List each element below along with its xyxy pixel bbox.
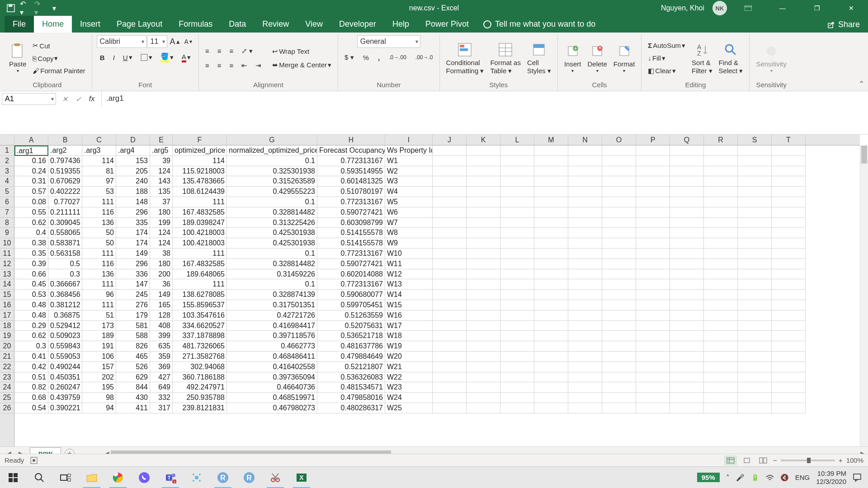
cell[interactable]: 0.328814482: [227, 207, 317, 218]
cell[interactable]: 0.402222: [48, 187, 82, 197]
row-header-14[interactable]: 14: [0, 279, 14, 290]
cell[interactable]: 0.51: [14, 372, 48, 383]
cell[interactable]: .arg2: [48, 145, 82, 156]
cell[interactable]: [670, 218, 704, 228]
cell[interactable]: 0.797436: [48, 156, 82, 166]
cell[interactable]: [500, 176, 534, 187]
cells-area[interactable]: .arg1.arg2.arg3.arg4.arg5optimized_price…: [14, 145, 860, 460]
cell[interactable]: [534, 269, 568, 280]
cell[interactable]: 189.648065: [173, 269, 227, 280]
cell[interactable]: Ws Property Id: [385, 145, 433, 156]
cell[interactable]: [636, 393, 670, 403]
cell[interactable]: 114: [82, 156, 116, 166]
cell[interactable]: [534, 341, 568, 352]
cell[interactable]: [568, 228, 602, 238]
decrease-decimal-button[interactable]: .00→.0: [414, 53, 435, 61]
cell[interactable]: [568, 352, 602, 362]
tab-home[interactable]: Home: [34, 16, 72, 33]
format-as-table-button[interactable]: Format asTable ▾: [488, 41, 523, 76]
cell[interactable]: 191: [82, 341, 116, 352]
cell[interactable]: [534, 290, 568, 300]
row-header-8[interactable]: 8: [0, 218, 14, 228]
cell[interactable]: [704, 331, 738, 341]
cell[interactable]: 188: [116, 187, 150, 197]
cell[interactable]: 0.1: [227, 249, 317, 259]
cell[interactable]: 0.603098799: [317, 218, 385, 228]
cell[interactable]: [704, 259, 738, 269]
cell[interactable]: [772, 269, 806, 280]
cell[interactable]: [636, 238, 670, 249]
cell[interactable]: [534, 218, 568, 228]
cell[interactable]: [568, 176, 602, 187]
row-header-25[interactable]: 25: [0, 393, 14, 403]
cell[interactable]: [636, 310, 670, 321]
cell[interactable]: [500, 269, 534, 280]
cell[interactable]: [772, 259, 806, 269]
column-header-A[interactable]: A: [14, 135, 48, 145]
cell[interactable]: [568, 372, 602, 383]
cell[interactable]: [636, 341, 670, 352]
cell[interactable]: 0.4: [14, 228, 48, 238]
cell[interactable]: 96: [82, 290, 116, 300]
cell[interactable]: [534, 352, 568, 362]
fill-button[interactable]: ↓ Fill ▾: [646, 53, 687, 63]
cell[interactable]: [467, 352, 500, 362]
cell[interactable]: [636, 197, 670, 207]
cell[interactable]: [636, 166, 670, 177]
cell[interactable]: [602, 269, 636, 280]
cell[interactable]: 0.3: [14, 341, 48, 352]
cell[interactable]: W23: [385, 382, 433, 393]
cell[interactable]: 360.7186188: [173, 372, 227, 383]
cell[interactable]: 199: [150, 218, 173, 228]
cell[interactable]: 369: [150, 362, 173, 372]
column-header-K[interactable]: K: [467, 135, 500, 145]
cell[interactable]: [467, 331, 500, 341]
cell[interactable]: [772, 176, 806, 187]
cell[interactable]: [568, 187, 602, 197]
cell[interactable]: [500, 218, 534, 228]
cell[interactable]: [772, 228, 806, 238]
cell[interactable]: 0.558065: [48, 228, 82, 238]
cell[interactable]: 0.24: [14, 166, 48, 177]
cell[interactable]: 427: [150, 372, 173, 383]
align-top-button[interactable]: ≡: [203, 46, 211, 56]
cell[interactable]: [738, 279, 772, 290]
cell[interactable]: 124: [150, 228, 173, 238]
cell[interactable]: 0.52075631: [317, 321, 385, 331]
cell[interactable]: 0.602014088: [317, 269, 385, 280]
row-header-3[interactable]: 3: [0, 166, 14, 177]
cell[interactable]: 0.479884649: [317, 352, 385, 362]
cell[interactable]: 0.31: [14, 176, 48, 187]
cell[interactable]: 111: [82, 279, 116, 290]
cell[interactable]: [602, 352, 636, 362]
align-right-button[interactable]: ≡: [227, 61, 235, 70]
cell[interactable]: [670, 310, 704, 321]
cell[interactable]: [670, 176, 704, 187]
cell[interactable]: 0.53: [14, 290, 48, 300]
cell[interactable]: [738, 341, 772, 352]
cell[interactable]: 138.6278085: [173, 290, 227, 300]
cell[interactable]: [670, 249, 704, 259]
cell[interactable]: [602, 403, 636, 413]
cell[interactable]: [433, 310, 467, 321]
cell[interactable]: 0.390221: [48, 403, 82, 413]
cell[interactable]: 0.772313167: [317, 249, 385, 259]
cell[interactable]: [433, 403, 467, 413]
cell[interactable]: W21: [385, 362, 433, 372]
row-header-2[interactable]: 2: [0, 156, 14, 166]
cell[interactable]: 0.381212: [48, 300, 82, 310]
cell[interactable]: [433, 279, 467, 290]
cell[interactable]: [670, 290, 704, 300]
cell[interactable]: 189: [82, 331, 116, 341]
cell[interactable]: 317: [150, 403, 173, 413]
cell[interactable]: 335: [116, 218, 150, 228]
column-header-I[interactable]: I: [385, 135, 433, 145]
cell[interactable]: [602, 321, 636, 331]
cell[interactable]: 81: [82, 166, 116, 177]
cell[interactable]: [738, 156, 772, 166]
cell[interactable]: [670, 166, 704, 177]
cell[interactable]: [433, 382, 467, 393]
conditional-formatting-button[interactable]: ConditionalFormatting ▾: [444, 41, 486, 76]
scroll-thumb[interactable]: [861, 145, 867, 164]
cell[interactable]: [670, 197, 704, 207]
